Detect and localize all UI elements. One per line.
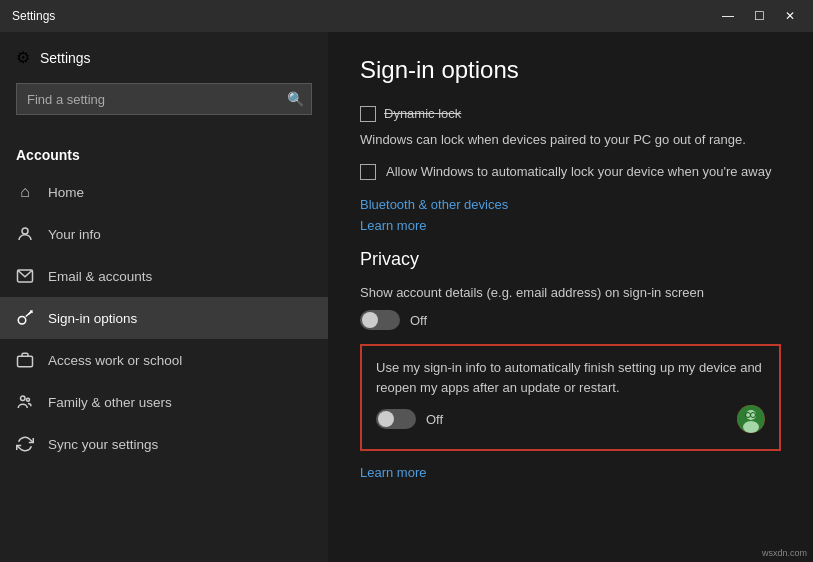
- nav-label-family-users: Family & other users: [48, 395, 172, 410]
- svg-point-0: [22, 228, 28, 234]
- nav-label-sync: Sync your settings: [48, 437, 158, 452]
- dynamic-lock-partial: Dynamic lock: [360, 104, 781, 122]
- content-area: Sign-in options Dynamic lock Windows can…: [328, 32, 813, 562]
- search-input[interactable]: [16, 83, 312, 115]
- svg-point-11: [743, 421, 759, 433]
- page-title: Sign-in options: [360, 56, 781, 84]
- family-icon: [16, 393, 34, 411]
- sidebar-search[interactable]: 🔍: [16, 83, 312, 115]
- sign-in-info-toggle-row: Off: [376, 405, 765, 433]
- auto-lock-checkbox[interactable]: [360, 164, 376, 180]
- sidebar-item-family-users[interactable]: Family & other users: [0, 381, 328, 423]
- learn-more-link-2[interactable]: Learn more: [360, 465, 781, 480]
- key-icon: [16, 309, 34, 327]
- show-account-toggle-label: Off: [410, 313, 427, 328]
- privacy-heading: Privacy: [360, 249, 781, 270]
- avatar-placeholder: [737, 405, 765, 433]
- email-icon: [16, 267, 34, 285]
- sign-in-info-toggle-label: Off: [426, 412, 443, 427]
- auto-lock-checkbox-area: Allow Windows to automatically lock your…: [360, 162, 781, 182]
- svg-point-8: [27, 398, 30, 401]
- watermark: wsxdn.com: [762, 548, 807, 558]
- sync-icon: [16, 435, 34, 453]
- sidebar-item-sync-settings[interactable]: Sync your settings: [0, 423, 328, 465]
- show-account-toggle-row: Off: [360, 310, 781, 330]
- dynamic-lock-checkbox[interactable]: [360, 106, 376, 122]
- sidebar-logo-text: Settings: [40, 50, 91, 66]
- links-section: Bluetooth & other devices Learn more: [360, 197, 781, 233]
- title-bar-controls: — ☐ ✕: [716, 8, 801, 24]
- dynamic-lock-desc: Windows can lock when devices paired to …: [360, 130, 781, 150]
- title-bar-title: Settings: [12, 9, 55, 23]
- main-layout: ⚙ Settings 🔍 Accounts ⌂ Home: [0, 32, 813, 562]
- svg-point-2: [18, 317, 26, 325]
- sign-in-info-toggle[interactable]: [376, 409, 416, 429]
- minimize-button[interactable]: —: [716, 8, 740, 24]
- svg-point-7: [21, 396, 26, 401]
- nav-label-your-info: Your info: [48, 227, 101, 242]
- briefcase-icon: [16, 351, 34, 369]
- show-account-toggle[interactable]: [360, 310, 400, 330]
- sidebar-nav: ⌂ Home Your info: [0, 171, 328, 465]
- sidebar-logo: ⚙ Settings: [16, 48, 312, 67]
- svg-line-5: [29, 312, 31, 314]
- auto-lock-label: Allow Windows to automatically lock your…: [386, 162, 771, 182]
- sidebar-item-sign-in-options[interactable]: Sign-in options: [0, 297, 328, 339]
- sidebar-item-email-accounts[interactable]: Email & accounts: [0, 255, 328, 297]
- avatar-area: [737, 405, 765, 433]
- show-account-details-item: Show account details (e.g. email address…: [360, 284, 781, 330]
- nav-label-access-work: Access work or school: [48, 353, 182, 368]
- home-icon: ⌂: [16, 183, 34, 201]
- dynamic-lock-label-text: Dynamic lock: [384, 106, 461, 121]
- nav-label-email-accounts: Email & accounts: [48, 269, 152, 284]
- sidebar-item-your-info[interactable]: Your info: [0, 213, 328, 255]
- avatar-svg: [737, 405, 765, 433]
- sidebar-item-home[interactable]: ⌂ Home: [0, 171, 328, 213]
- show-account-details-label: Show account details (e.g. email address…: [360, 284, 781, 302]
- learn-more-link-1[interactable]: Learn more: [360, 218, 781, 233]
- sidebar: ⚙ Settings 🔍 Accounts ⌂ Home: [0, 32, 328, 562]
- sign-in-info-text: Use my sign-in info to automatically fin…: [376, 358, 765, 397]
- bluetooth-link[interactable]: Bluetooth & other devices: [360, 197, 781, 212]
- search-icon: 🔍: [287, 91, 304, 107]
- sidebar-top: ⚙ Settings 🔍: [0, 32, 328, 139]
- highlighted-sign-in-box: Use my sign-in info to automatically fin…: [360, 344, 781, 451]
- avatar: [737, 405, 765, 433]
- nav-label-sign-in: Sign-in options: [48, 311, 137, 326]
- settings-gear-icon: ⚙: [16, 48, 30, 67]
- close-button[interactable]: ✕: [779, 8, 801, 24]
- sidebar-section-label: Accounts: [0, 139, 328, 171]
- maximize-button[interactable]: ☐: [748, 8, 771, 24]
- sidebar-item-access-work[interactable]: Access work or school: [0, 339, 328, 381]
- person-icon: [16, 225, 34, 243]
- svg-rect-6: [18, 356, 33, 367]
- title-bar: Settings — ☐ ✕: [0, 0, 813, 32]
- nav-label-home: Home: [48, 185, 84, 200]
